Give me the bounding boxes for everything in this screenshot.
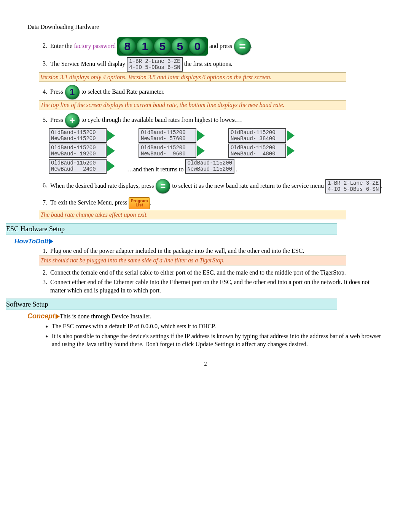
digit-5b: 5 [172,38,188,55]
service-menu-lcd: 1-BR 2-Lane 3-ZE 4-IO 5-DBus 6-SN [127,57,182,72]
arrow-icon [197,130,205,141]
step2-a: Enter the [50,42,74,49]
step3-b: the first six options. [183,60,233,67]
arrow-icon [107,130,115,141]
step7-b: . [150,199,151,206]
digit-8: 8 [119,38,136,55]
baud-rate-grid: OldBaud-115200 NewBaud-115200 OldBaud-11… [49,128,384,174]
section-software-setup: Software Setup [6,299,337,310]
sw-bullet-2: It is also possible to change the device… [52,332,384,348]
baud-57600: OldBaud-115200 NewBaud- 57600 [139,128,205,143]
baud-2400: OldBaud-115200 NewBaud- 2400 [49,159,115,173]
note-step4: The top line of the screen displays the … [39,100,346,110]
note-step7: The baud rate change takes effect upon e… [39,210,346,220]
factory-password-text: factory password [74,42,116,49]
arrow-icon [287,145,295,156]
note-step3: Version 3.1 displays only 4 options. Ver… [39,72,346,82]
arrow-icon [56,314,60,319]
arrow-icon [107,161,115,171]
note-esc1: This should not be plugged into the same… [39,256,346,265]
concept-label: Concept [27,312,60,320]
how-to-do-it-label: HowToDoIt [14,237,384,246]
step3-a: The Service Menu will display [50,60,127,67]
baud-38400: OldBaud-115200 NewBaud- 38400 [228,128,295,143]
equals-button-icon [234,38,251,55]
step-3: The Service Menu will display 1-BR 2-Lan… [49,57,384,82]
equals-button-icon [156,179,170,193]
step4-b: to select the Baud Rate parameter. [80,88,165,95]
step-2: Enter the factory password 81550 and pre… [49,37,384,56]
one-button-icon: 1 [65,85,80,99]
step2-c: . [251,42,253,49]
step-7: To exit the Service Menu, press ProgramL… [49,197,384,220]
arrow-icon [197,145,205,156]
page-number: 2 [27,360,384,367]
step6-b: to select it as the new baud rate and re… [170,182,325,189]
password-display: 81550 [117,37,208,56]
baud-9600: OldBaud-115200 NewBaud- 9600 [139,144,205,158]
esc-step-3: Connect either end of the Ethernet cable… [49,278,384,294]
digit-5: 5 [154,38,171,55]
service-menu-lcd-2: 1-BR 2-Lane 3-ZE 4-IO 5-DBus 6-SN [325,179,381,193]
digit-1: 1 [137,38,153,55]
step6-a: When the desired baud rate displays, pre… [50,182,155,189]
program-list-button-icon: ProgramList [129,197,150,209]
digit-0: 0 [189,38,206,55]
esc-step-2: Connect the female end of the serial cab… [49,268,384,277]
baud-19200: OldBaud-115200 NewBaud- 19200 [49,144,115,158]
step7-a: To exit the Service Menu, press [50,199,129,206]
step6-c: . [381,182,382,189]
arrow-icon [287,130,295,141]
step5-a: Press [50,117,65,123]
step-6: When the desired baud rate displays, pre… [49,179,384,193]
baud-4800: OldBaud-115200 NewBaud- 4800 [228,144,295,158]
concept-line: ConceptThis is done through Device Insta… [27,312,384,321]
step-5: Press to cycle through the available bau… [49,113,384,174]
step2-b: and press [208,42,234,49]
step4-a: Press [50,88,65,95]
section-esc-hardware: ESC Hardware Setup [6,223,337,235]
returns-to: …and then it returns to OldBaud-115200 N… [127,159,237,173]
arrow-icon [107,145,115,156]
esc-step-1: Plug one end of the power adapter includ… [49,247,384,265]
sw-bullet-1: The ESC comes with a default IP of 0.0.0… [52,322,384,331]
step5-b: to cycle through the available baud rate… [80,117,242,123]
arrow-icon [49,239,53,244]
baud-115200: OldBaud-115200 NewBaud-115200 [49,128,115,143]
plus-button-icon [65,113,80,128]
page-header: Data Downloading Hardware [27,23,384,31]
step-4: Press 1 to select the Baud Rate paramete… [49,85,384,110]
